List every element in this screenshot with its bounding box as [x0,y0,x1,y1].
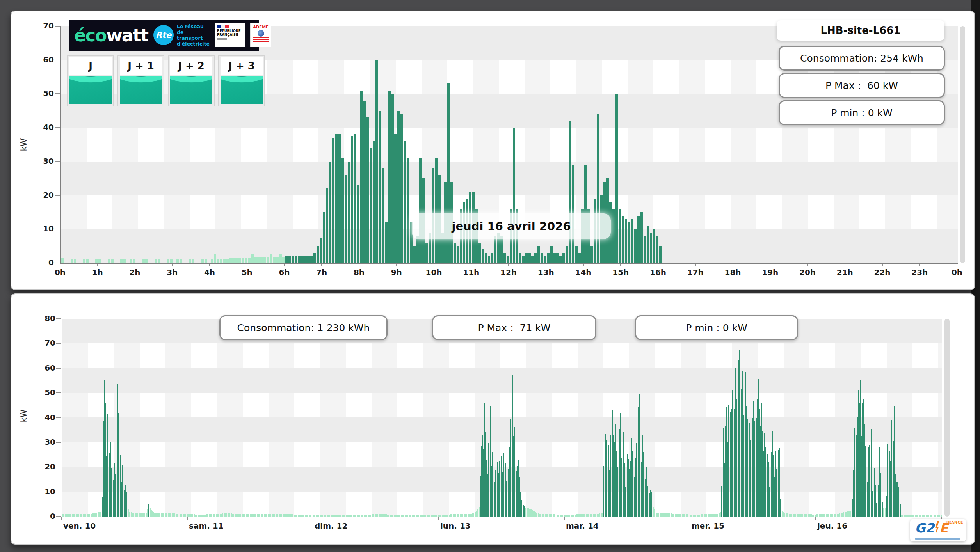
week-chart-panel: kW Consommation: 1 230 kWh P Max : 71 kW… [11,293,975,545]
y-tick-label: 10 [32,487,55,496]
y-tick-mark [55,263,60,263]
ecowatt-logo-watt: watt [106,25,148,46]
x-tick-label: 21h [837,268,853,277]
y-tick-mark [55,93,60,94]
y-tick-mark [55,26,60,27]
x-tick-mark [61,517,62,520]
x-tick-label: lun. 13 [440,521,471,531]
y-tick-label: 0 [32,511,55,521]
day-pmax-badge: P Max : 60 kW [779,73,945,98]
x-tick-label: 7h [316,268,327,277]
forecast-day-buttons: J J + 1 J + 2 J + 3 [67,55,265,106]
ecowatt-logo: écowatt [74,25,148,46]
y-tick-label: 30 [32,437,55,447]
y-tick-label: 80 [32,314,55,323]
x-tick-label: 18h [724,268,741,277]
x-tick-label: 15h [612,268,629,277]
day-button-j1[interactable]: J + 1 [117,55,164,106]
x-tick-mark [815,517,816,520]
x-tick-label: 13h [538,268,554,277]
x-tick-label: 3h [167,268,178,277]
x-tick-mark [97,264,98,266]
x-tick-mark [438,517,439,520]
x-tick-mark [396,264,397,266]
y-tick-mark [55,60,60,60]
plot-right-strip [960,26,965,263]
x-tick-label: 8h [354,268,365,277]
x-tick-mark [658,264,658,266]
french-flag-icon [217,25,229,28]
week-pmax-badge: P Max : 71 kW [432,315,596,340]
rte-tagline-line2: de transport [177,29,210,41]
x-tick-label: 2h [129,268,140,277]
x-tick-label: 9h [391,268,402,277]
g2e-g2: G2 [915,522,934,534]
ecowatt-logo-eco: éco [74,25,106,46]
x-tick-mark [957,264,957,266]
y-tick-label: 0 [30,258,54,267]
x-tick-mark [564,517,565,520]
rte-tagline: Le réseau de transport d'électricité [177,23,210,47]
x-tick-label: 5h [242,268,253,277]
x-tick-mark [60,264,60,266]
x-tick-label: 4h [204,268,215,277]
x-tick-mark [313,517,313,520]
x-tick-label: 6h [279,268,290,277]
x-tick-label: 20h [799,268,816,277]
x-tick-label: 1h [92,268,103,277]
week-pmin-badge: P min : 0 kW [635,315,798,340]
rte-circle-icon: Rte [153,25,174,45]
x-tick-mark [172,264,173,266]
x-tick-label: sam. 11 [189,521,224,531]
day-button-j3-label: J + 3 [221,57,263,75]
x-tick-label: 23h [911,268,928,277]
x-tick-mark [508,264,509,266]
x-tick-mark [434,264,434,266]
lightning-icon [935,521,939,534]
republique-text: RÉPUBLIQUE FRANÇAISE [217,29,243,37]
y-tick-label: 40 [32,413,55,422]
plot-right-strip [944,319,950,517]
day-pmin-badge: P min : 0 kW [779,100,945,125]
ademe-logo: ADEME [250,23,271,47]
week-chart-plot-area[interactable] [62,319,942,517]
y-tick-mark [56,318,61,319]
x-tick-mark [187,517,188,520]
y-tick-mark [55,161,60,162]
x-tick-label: 22h [874,268,890,277]
y-axis-unit-label: kW [19,136,28,153]
y-tick-mark [56,467,61,467]
site-title: LHB-site-L661 [777,20,944,41]
x-tick-mark [620,264,621,266]
day-button-j1-label: J + 1 [120,57,162,75]
x-tick-mark [359,264,359,266]
x-tick-mark [284,264,285,266]
y-axis-unit-label: kW [19,407,28,424]
y-tick-mark [56,492,61,492]
day-button-j[interactable]: J [67,55,114,106]
date-tooltip: jeudi 16 avril 2026 [412,213,611,239]
bars-layer [62,319,942,517]
ecowatt-forecast-image [120,76,162,104]
x-tick-label: 14h [575,268,591,277]
day-button-j2-label: J + 2 [170,57,212,75]
x-tick-mark [247,264,247,266]
rte-tagline-line3: d'électricité [177,41,210,47]
day-chart-panel: kW écowatt Rte Le réseau de transport d'… [11,11,975,290]
x-tick-mark [209,264,210,266]
republique-francaise-logo: RÉPUBLIQUE FRANÇAISE [215,23,245,47]
week-consumption-badge: Consommation: 1 230 kWh [219,315,388,340]
ecowatt-forecast-image [69,76,112,104]
y-tick-label: 20 [30,190,54,200]
x-tick-mark [919,264,920,266]
x-tick-mark [695,264,696,266]
y-tick-label: 20 [32,462,55,471]
g2e-tagline-line [915,538,960,540]
y-tick-label: 40 [30,122,54,132]
day-button-j2[interactable]: J + 2 [168,55,215,106]
x-tick-label: 11h [463,268,479,277]
ademe-subtitle-lines [253,37,269,43]
rte-tagline-line1: Le réseau [177,23,210,29]
day-button-j3[interactable]: J + 3 [218,55,265,106]
g2e-france-text: FRANCE [945,520,963,524]
